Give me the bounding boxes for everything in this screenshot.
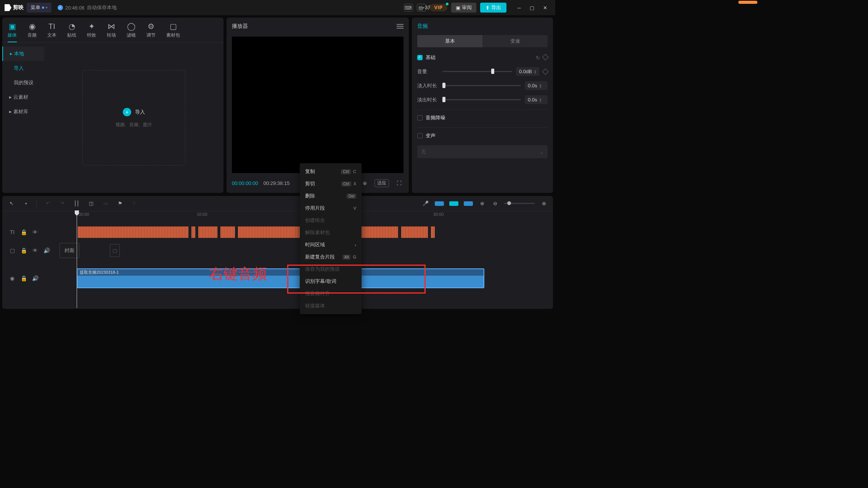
fit-button[interactable]: 适应 xyxy=(375,179,389,187)
text-track: TI 🔒 👁 xyxy=(2,224,553,240)
ctx-compound[interactable]: 新建复合片段AltG xyxy=(300,251,362,263)
flag2-tool[interactable]: ⚐ xyxy=(131,200,138,207)
ctx-timerange[interactable]: 时间区域› xyxy=(300,239,362,251)
layout-icon[interactable]: ▤▾ xyxy=(417,4,426,11)
export-button[interactable]: ⬆ 导出 xyxy=(480,3,506,13)
speaker-icon[interactable]: 🔊 xyxy=(32,275,38,281)
ctx-copy[interactable]: 复制CtrlC xyxy=(300,165,362,178)
track-toggle-1[interactable] xyxy=(435,201,444,206)
drop-zone[interactable]: + 导入 视频、音频、图片 xyxy=(82,70,185,165)
split-tool[interactable]: ⎮⎮ xyxy=(73,200,80,207)
nav-local[interactable]: ▸ 本地 xyxy=(2,47,44,61)
media-sidenav: ▸ 本地 导入 我的预设 ▸ 云素材 ▸ 素材库 xyxy=(2,43,44,193)
audio-clip[interactable]: 提取音频20230318-1 xyxy=(77,268,484,288)
inspector-title: 音频 xyxy=(417,23,548,30)
redo-button[interactable]: ↷ xyxy=(58,200,66,207)
crop-tool[interactable]: ◫ xyxy=(87,200,95,207)
ctx-disable[interactable]: 停用片段V xyxy=(300,202,362,214)
volume-keyframe-icon[interactable] xyxy=(542,68,549,75)
pack-icon: ▢ xyxy=(169,22,178,30)
minimize-button[interactable]: ─ xyxy=(513,3,525,12)
vip-button[interactable]: VIP xyxy=(430,4,447,11)
timeline-body[interactable]: 00:00 10:00 20:00 30:00 TI 🔒 👁 xyxy=(2,211,553,308)
export-icon: ⬆ xyxy=(485,5,490,11)
tab-text[interactable]: TI文本 xyxy=(47,21,56,42)
ctx-delete[interactable]: 删除Del xyxy=(300,190,362,202)
tab-basic[interactable]: 基本 xyxy=(417,35,482,47)
ctx-unpack: 解除素材包 xyxy=(300,226,362,239)
category-tabs: ▣媒体 ◉音频 TI文本 ◔贴纸 ✦特效 ⋈转场 ◯滤镜 ⚙调节 ▢素材包 xyxy=(2,18,223,43)
voice-checkbox[interactable] xyxy=(417,133,423,138)
import-button[interactable]: + 导入 xyxy=(123,108,145,116)
zoom-in-icon[interactable]: ⊕ xyxy=(540,200,548,207)
ctx-save-preset: 保存为我的预设 xyxy=(300,263,362,275)
delete-tool[interactable]: ▭ xyxy=(102,200,109,207)
tab-speed[interactable]: 变速 xyxy=(482,35,548,47)
nav-library[interactable]: ▸ 素材库 xyxy=(2,104,44,119)
timecode-total: 00:29:38:15 xyxy=(264,180,290,186)
effects-icon: ✦ xyxy=(87,22,96,30)
nav-import[interactable]: 导入 xyxy=(2,61,44,75)
fadein-label: 淡入时长 xyxy=(417,82,439,89)
player-viewport[interactable] xyxy=(232,37,403,173)
player-menu-icon[interactable] xyxy=(397,24,403,29)
close-button[interactable]: ✕ xyxy=(539,3,551,12)
time-ruler[interactable]: 00:00 10:00 20:00 30:00 xyxy=(2,211,553,218)
tab-effects[interactable]: ✦特效 xyxy=(87,21,96,42)
nav-cloud[interactable]: ▸ 云素材 xyxy=(2,90,44,104)
tab-adjust[interactable]: ⚙调节 xyxy=(146,21,156,42)
tab-media[interactable]: ▣媒体 xyxy=(8,21,17,42)
tab-transition[interactable]: ⋈转场 xyxy=(107,21,116,42)
volume-slider[interactable] xyxy=(442,71,512,72)
sticker-icon: ◔ xyxy=(67,22,76,30)
review-button[interactable]: ▣ 审阅 xyxy=(451,3,476,13)
cursor-dropdown[interactable]: ▾ xyxy=(22,200,30,207)
tab-sticker[interactable]: ◔贴纸 xyxy=(67,21,76,42)
eye-icon[interactable]: 👁 xyxy=(32,247,38,254)
inspector-tabs: 基本 变速 xyxy=(417,35,548,47)
lock-icon[interactable]: 🔒 xyxy=(21,275,27,281)
fadein-slider[interactable] xyxy=(442,85,521,86)
lock-icon[interactable]: 🔒 xyxy=(21,247,27,254)
keyboard-icon[interactable]: ⌨ xyxy=(404,4,413,11)
fullscreen-icon[interactable]: ⛶ xyxy=(394,178,403,188)
zoom-out-icon[interactable]: ⊖ xyxy=(491,200,499,207)
align-icon[interactable]: ⊕ xyxy=(478,200,486,207)
fadeout-value[interactable]: 0.0s▴▾ xyxy=(525,95,548,104)
speaker-icon[interactable]: 🔊 xyxy=(43,247,50,254)
text-clips[interactable] xyxy=(78,226,435,238)
titlebar: 剪映 菜单 ▾ ✓ 20:46:06 自动保存本地 3月18日 ⌨ ▤▾ VIP… xyxy=(0,0,555,15)
ctx-cut[interactable]: 剪切CtrlX xyxy=(300,178,362,190)
menu-button[interactable]: 菜单 ▾ xyxy=(27,3,51,13)
undo-button[interactable]: ↶ xyxy=(44,200,51,207)
ctx-recognize-lyrics[interactable]: 识别字幕/歌词 xyxy=(300,275,362,287)
denoise-label: 音频降噪 xyxy=(426,114,445,121)
maximize-button[interactable]: ▢ xyxy=(526,3,538,12)
denoise-checkbox[interactable] xyxy=(417,115,423,120)
zoom-slider[interactable] xyxy=(504,203,535,204)
flag-tool[interactable]: ⚑ xyxy=(116,200,124,207)
fadeout-slider[interactable] xyxy=(442,99,521,100)
track-toggle-2[interactable] xyxy=(449,201,458,206)
video-placeholder[interactable]: ▢ xyxy=(110,244,120,257)
volume-value[interactable]: 0.0dB▴▾ xyxy=(516,67,539,76)
reset-icon[interactable]: ↻ xyxy=(536,55,540,61)
fadein-value[interactable]: 0.0s▴▾ xyxy=(525,81,548,90)
tab-filter[interactable]: ◯滤镜 xyxy=(127,21,136,42)
voice-select[interactable]: 无 ⌄ xyxy=(417,145,548,158)
text-track-icon: TI xyxy=(9,229,15,235)
lock-icon[interactable]: 🔒 xyxy=(21,229,27,235)
basic-checkbox[interactable] xyxy=(417,55,423,60)
playhead[interactable] xyxy=(77,211,77,308)
submenu-arrow-icon: › xyxy=(355,242,356,248)
cursor-tool[interactable]: ↖ xyxy=(8,200,15,207)
track-toggle-3[interactable] xyxy=(464,201,473,206)
inspector-panel: 音频 基本 变速 基础 ↻ 音量 0.0dB▴▾ 淡入时长 0.0s▴▾ xyxy=(412,18,553,193)
keyframe-icon[interactable] xyxy=(542,54,549,60)
tab-pack[interactable]: ▢素材包 xyxy=(166,21,180,42)
timecode-current: 00:00:00:00 xyxy=(232,180,258,186)
eye-icon[interactable]: 👁 xyxy=(32,229,38,235)
mic-icon[interactable]: 🎤 xyxy=(422,200,429,207)
nav-presets[interactable]: 我的预设 xyxy=(2,75,44,90)
tab-audio[interactable]: ◉音频 xyxy=(27,21,37,42)
